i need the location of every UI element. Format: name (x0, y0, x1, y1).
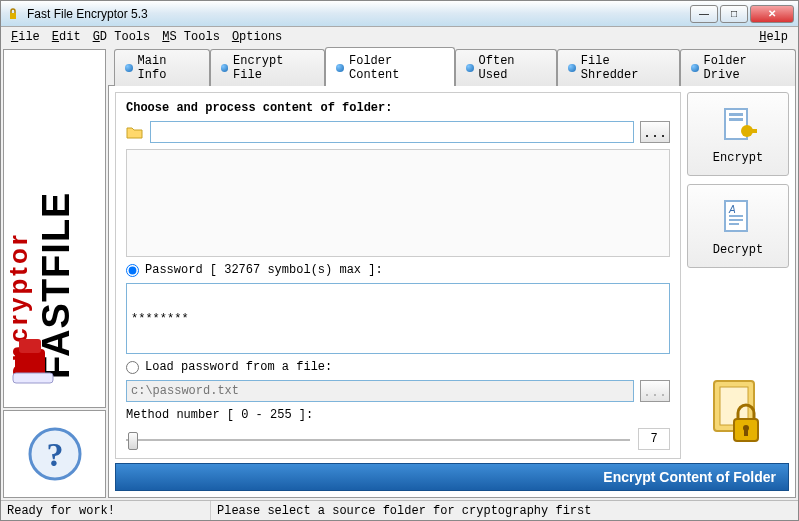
tab-often-used[interactable]: Often Used (455, 49, 557, 86)
method-row: 7 (126, 428, 670, 450)
window-title: Fast File Encryptor 5.3 (27, 7, 690, 21)
password-radio[interactable] (126, 264, 139, 277)
svg-rect-5 (13, 373, 53, 383)
password-radio-row[interactable]: Password [ 32767 symbol(s) max ]: (126, 263, 670, 277)
svg-rect-15 (729, 215, 743, 217)
form-area: Choose and process content of folder: ..… (115, 92, 681, 459)
form-heading: Choose and process content of folder: (126, 101, 670, 115)
app-window: Fast File Encryptor 5.3 — □ ✕ File Edit … (0, 0, 799, 521)
tab-main-info[interactable]: Main Info (114, 49, 210, 86)
menu-edit[interactable]: Edit (46, 28, 87, 46)
svg-rect-10 (729, 118, 743, 121)
menubar: File Edit GD Tools MS Tools Options Help (1, 27, 798, 47)
browse-folder-button[interactable]: ... (640, 121, 670, 143)
tab-dot-icon (221, 64, 229, 72)
menu-gd-tools[interactable]: GD Tools (87, 28, 157, 46)
help-panel[interactable]: ? (3, 410, 106, 498)
svg-rect-12 (751, 129, 757, 133)
logo-panel: FASTFILE encryptor (3, 49, 106, 408)
lock-box (687, 276, 789, 459)
folder-input[interactable] (150, 121, 634, 143)
svg-rect-22 (744, 428, 748, 436)
loadfile-radio[interactable] (126, 361, 139, 374)
browse-password-file-button: ... (640, 380, 670, 402)
menu-ms-tools[interactable]: MS Tools (156, 28, 226, 46)
slider-thumb[interactable] (128, 432, 138, 450)
method-slider[interactable] (126, 429, 630, 449)
tab-label: File Shredder (581, 54, 669, 82)
password-input[interactable] (126, 283, 670, 354)
titlebar: Fast File Encryptor 5.3 — □ ✕ (1, 1, 798, 27)
content-row: Choose and process content of folder: ..… (115, 92, 789, 459)
tab-dot-icon (336, 64, 344, 72)
encrypt-label: Encrypt (713, 151, 763, 165)
status-right: Please select a source folder for crypto… (211, 501, 798, 520)
svg-rect-17 (729, 223, 739, 225)
method-value: 7 (638, 428, 670, 450)
actions-column: Encrypt A Decrypt (687, 92, 789, 459)
password-radio-label: Password [ 32767 symbol(s) max ]: (145, 263, 383, 277)
upper-area: FASTFILE encryptor (3, 49, 796, 498)
decrypt-icon: A (717, 195, 759, 237)
logo-image: FASTFILE encryptor (7, 69, 102, 389)
tab-dot-icon (568, 64, 576, 72)
tab-label: Encrypt File (233, 54, 314, 82)
tab-encrypt-file[interactable]: Encrypt File (210, 49, 326, 86)
minimize-button[interactable]: — (690, 5, 718, 23)
loadfile-row: ... (126, 380, 670, 402)
tab-strip: Main Info Encrypt File Folder Content Of… (108, 49, 796, 86)
encrypt-content-button[interactable]: Encrypt Content of Folder (115, 463, 789, 491)
tab-label: Main Info (138, 54, 199, 82)
app-icon (5, 6, 21, 22)
maximize-button[interactable]: □ (720, 5, 748, 23)
slider-track (126, 439, 630, 441)
tab-label: Folder Drive (704, 54, 785, 82)
tab-folder-drive[interactable]: Folder Drive (680, 49, 796, 86)
close-button[interactable]: ✕ (750, 5, 794, 23)
help-icon: ? (27, 426, 83, 482)
svg-rect-9 (729, 113, 743, 116)
svg-text:A: A (728, 204, 736, 215)
encrypt-button[interactable]: Encrypt (687, 92, 789, 176)
left-column: FASTFILE encryptor (3, 49, 106, 498)
window-controls: — □ ✕ (690, 5, 794, 23)
svg-text:?: ? (46, 436, 63, 473)
loadfile-radio-label: Load password from a file: (145, 360, 332, 374)
client-area: FASTFILE encryptor (1, 47, 798, 500)
decrypt-button[interactable]: A Decrypt (687, 184, 789, 268)
menu-help[interactable]: Help (753, 28, 794, 46)
folder-icon (126, 123, 144, 141)
method-label: Method number [ 0 - 255 ]: (126, 408, 670, 422)
status-left: Ready for work! (1, 501, 211, 520)
menu-options[interactable]: Options (226, 28, 288, 46)
file-list[interactable] (126, 149, 670, 257)
svg-rect-4 (19, 339, 41, 353)
encrypt-icon (717, 103, 759, 145)
tab-dot-icon (125, 64, 133, 72)
loadfile-radio-row[interactable]: Load password from a file: (126, 360, 670, 374)
tab-pane: Choose and process content of folder: ..… (108, 85, 796, 498)
statusbar: Ready for work! Please select a source f… (1, 500, 798, 520)
tab-label: Folder Content (349, 54, 444, 82)
tab-dot-icon (691, 64, 699, 72)
tab-dot-icon (466, 64, 474, 72)
decrypt-label: Decrypt (713, 243, 763, 257)
svg-rect-16 (729, 219, 743, 221)
tab-label: Often Used (479, 54, 547, 82)
svg-rect-0 (10, 13, 16, 19)
tab-file-shredder[interactable]: File Shredder (557, 49, 680, 86)
tab-folder-content[interactable]: Folder Content (325, 47, 455, 86)
right-column: Main Info Encrypt File Folder Content Of… (108, 49, 796, 498)
loadfile-input (126, 380, 634, 402)
lock-icon (698, 373, 778, 453)
folder-row: ... (126, 121, 670, 143)
menu-file[interactable]: File (5, 28, 46, 46)
